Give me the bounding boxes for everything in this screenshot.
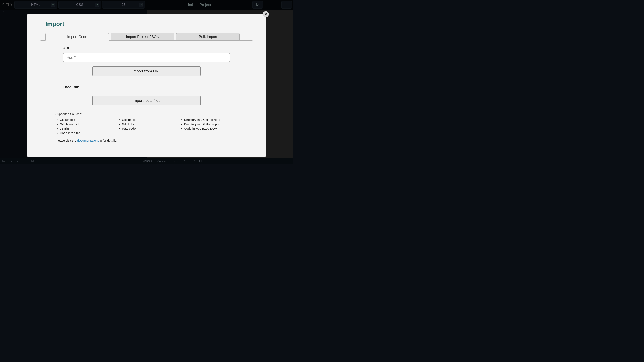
source-item: Code in zip file [60,131,114,135]
documentation-link[interactable]: documentations [77,139,99,142]
url-input[interactable] [63,53,230,62]
modal-overlay: Import Import Code Import Project JSON B… [0,0,293,164]
import-from-url-button[interactable]: Import from URL [92,66,201,76]
tab-import-code[interactable]: Import Code [46,33,109,41]
external-link-icon: ⧉ [100,139,102,142]
sources-col-1: GitHub gist Gitlab snippet JS Bin Code i… [55,118,114,135]
source-item: GitHub gist [60,118,114,122]
tab-import-json[interactable]: Import Project JSON [111,33,174,41]
source-item: Gitlab snippet [60,122,114,126]
sources-col-2: GitHub file Gitlab file Raw code [118,118,176,135]
close-button[interactable] [263,11,269,17]
source-item: Directory in a Gitlab repo [184,122,238,126]
doc-prefix: Please visit the [55,139,77,142]
supported-sources-label: Supported Sources: [55,112,238,116]
source-item: Gitlab file [122,122,176,126]
import-tabs: Import Code Import Project JSON Bulk Imp… [46,33,248,41]
source-item: Code in web page DOM [184,126,238,131]
local-file-label: Local file [62,85,238,89]
documentation-line: Please visit the documentations⧉ for det… [55,139,238,142]
source-item: JS Bin [60,126,114,131]
url-label: URL [62,46,238,50]
doc-suffix: for details. [103,139,117,142]
modal-title: Import [46,20,248,27]
source-item: GitHub file [122,118,176,122]
import-local-files-button[interactable]: Import local files [92,96,201,105]
import-modal: Import Import Code Import Project JSON B… [27,14,266,157]
sources-col-3: Directory in a GitHub repo Directory in … [180,118,238,135]
tab-bulk-import[interactable]: Bulk Import [176,33,240,41]
source-item: Raw code [122,126,176,131]
import-panel: URL Import from URL Local file Import lo… [40,40,253,148]
sources-grid: GitHub gist Gitlab snippet JS Bin Code i… [55,118,238,135]
source-item: Directory in a GitHub repo [184,118,238,122]
